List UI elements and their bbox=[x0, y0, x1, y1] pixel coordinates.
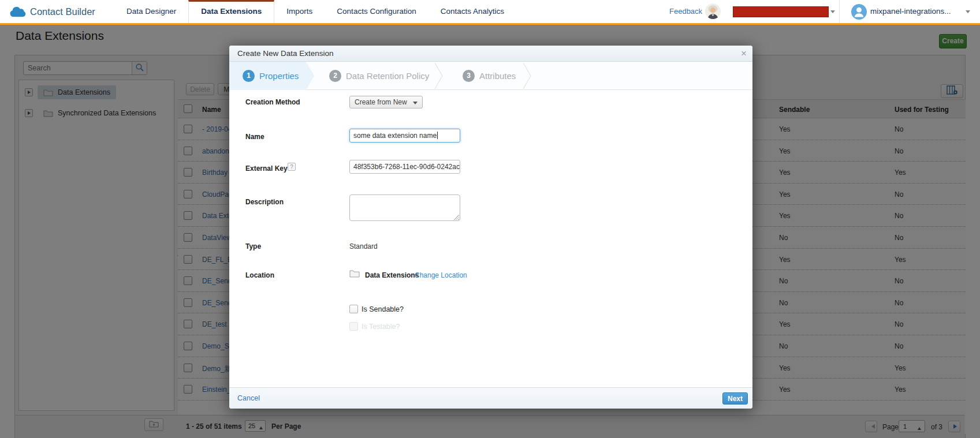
external-key-input[interactable]: 48f353b6-7268-11ec-90d6-0242ac1200 bbox=[349, 160, 460, 174]
is-testable-label: Is Testable? bbox=[362, 323, 400, 331]
nav-tab-imports[interactable]: Imports bbox=[274, 0, 325, 23]
name-label: Name bbox=[245, 133, 264, 141]
einstein-avatar[interactable] bbox=[705, 3, 721, 21]
nav-tab-data-extensions[interactable]: Data Extensions bbox=[188, 0, 274, 23]
feedback-link[interactable]: Feedback bbox=[669, 0, 702, 23]
is-sendable-checkbox[interactable] bbox=[349, 305, 358, 313]
modal-header: Create New Data Extension × bbox=[229, 46, 752, 62]
nav-tab-contacts-configuration[interactable]: Contacts Configuration bbox=[325, 0, 428, 23]
is-testable-checkbox bbox=[349, 322, 358, 331]
top-nav: Contact Builder Data Designer Data Exten… bbox=[0, 0, 980, 25]
caret-down-icon[interactable] bbox=[830, 10, 835, 16]
nav-tab-contacts-analytics[interactable]: Contacts Analytics bbox=[428, 0, 516, 23]
location-label: Location bbox=[245, 271, 274, 279]
type-label: Type bbox=[245, 242, 261, 250]
creation-method-label: Creation Method bbox=[245, 98, 300, 106]
type-value: Standard bbox=[349, 242, 378, 250]
wizard-steps: 1 Properties 2 Data Retention Policy 3 A… bbox=[229, 62, 752, 90]
caret-down-icon bbox=[413, 102, 418, 107]
app-window: Contact Builder Data Designer Data Exten… bbox=[0, 0, 980, 438]
modal-footer: Cancel Next bbox=[229, 387, 752, 409]
cloud-logo-icon bbox=[8, 5, 27, 20]
next-button[interactable]: Next bbox=[722, 392, 748, 405]
nav-divider bbox=[839, 0, 840, 23]
step-divider-icon bbox=[434, 62, 444, 92]
user-avatar-icon[interactable] bbox=[851, 4, 867, 22]
app-title: Contact Builder bbox=[30, 0, 95, 23]
close-icon[interactable]: × bbox=[741, 48, 747, 59]
location-value: Data Extensions bbox=[365, 271, 419, 279]
external-key-label: External Key bbox=[245, 164, 288, 173]
change-location-link[interactable]: Change Location bbox=[415, 271, 467, 279]
description-label: Description bbox=[245, 198, 284, 206]
account-name[interactable]: mixpanel-integrations... bbox=[870, 0, 951, 23]
nav-tab-data-designer[interactable]: Data Designer bbox=[114, 0, 188, 23]
cancel-link[interactable]: Cancel bbox=[237, 388, 260, 409]
resize-grip-icon[interactable] bbox=[453, 214, 459, 220]
text-cursor bbox=[437, 132, 438, 139]
help-icon[interactable]: ? bbox=[288, 163, 296, 171]
is-sendable-label: Is Sendable? bbox=[362, 305, 404, 313]
nav-tabs: Data Designer Data Extensions Imports Co… bbox=[114, 0, 516, 23]
name-input[interactable]: some data extension name bbox=[349, 129, 460, 143]
modal-title: Create New Data Extension bbox=[237, 46, 334, 62]
step-divider-icon bbox=[523, 62, 532, 92]
caret-down-icon[interactable] bbox=[966, 10, 970, 16]
creation-method-dropdown[interactable]: Create from New bbox=[349, 96, 423, 108]
description-textarea[interactable] bbox=[349, 194, 460, 221]
create-data-extension-modal: Create New Data Extension × 1 Properties… bbox=[229, 46, 752, 409]
redacted-account-selector[interactable] bbox=[733, 6, 829, 17]
folder-icon bbox=[349, 269, 360, 278]
